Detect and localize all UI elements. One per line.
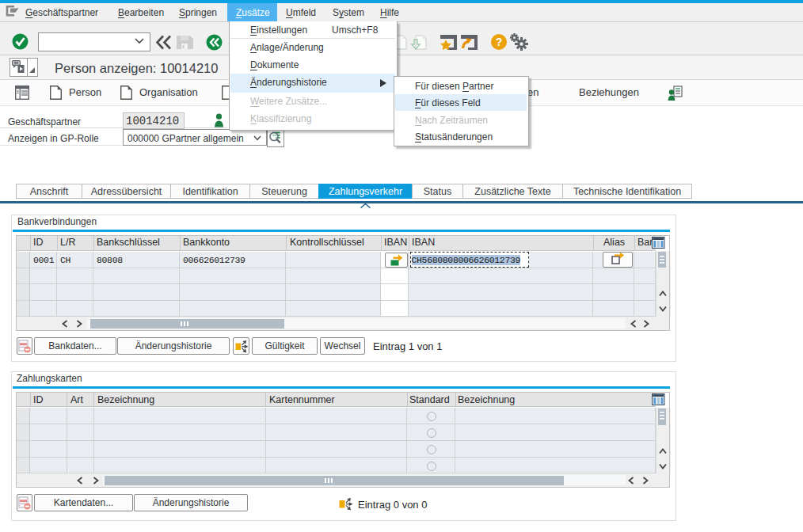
svg-text:?: ? [496,36,503,48]
